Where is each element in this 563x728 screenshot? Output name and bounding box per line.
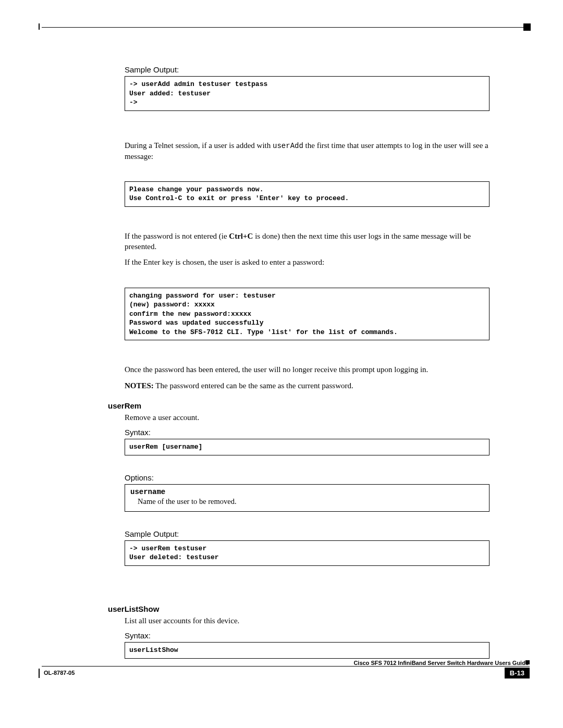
content-column: Sample Output: -> userAdd admin testuser… (125, 65, 489, 659)
sample-output-label-2: Sample Output: (125, 529, 489, 538)
page-frame: Sample Output: -> userAdd admin testuser… (39, 23, 531, 680)
option-box-username: username Name of the user to be removed. (125, 484, 489, 512)
syntax-label-2: Syntax: (125, 631, 489, 640)
footer-page-badge: B-13 (505, 668, 530, 678)
para-userlist-desc: List all user accounts for this device. (125, 615, 489, 626)
top-crop-square (523, 23, 531, 31)
footer-doc-number: OL-8787-05 (44, 670, 75, 676)
para-userrem-desc: Remove a user account. (125, 412, 489, 423)
option-name-username: username (130, 488, 484, 496)
syntax-label-1: Syntax: (125, 428, 489, 437)
para-ctrlc: If the password is not entered (ie Ctrl+… (125, 231, 489, 252)
footer-guide-title: Cisco SFS 7012 InfiniBand Server Switch … (39, 660, 530, 666)
code-block-useradd: -> userAdd admin testuser testpass User … (125, 76, 489, 111)
code-block-changepass: Please change your passwords now. Use Co… (125, 181, 489, 207)
para-telnet-a: During a Telnet session, if a user is ad… (125, 141, 273, 150)
code-block-changing: changing password for user: testuser (ne… (125, 288, 489, 341)
footer-crop-tick (39, 669, 40, 678)
notes-rest: The password entered can be the same as … (154, 381, 353, 390)
options-label: Options: (125, 473, 489, 482)
page-footer: Cisco SFS 7012 InfiniBand Server Switch … (39, 664, 530, 680)
inline-code-useradd: userAdd (273, 142, 303, 150)
bold-notes: NOTES: (125, 381, 154, 390)
para-ctrlc-a: If the password is not entered (ie (125, 232, 229, 240)
para-enterkey: If the Enter key is chosen, the user is … (125, 257, 489, 267)
para-telnet: During a Telnet session, if a user is ad… (125, 140, 489, 162)
top-crop-tick (39, 23, 42, 30)
footer-crop-square (525, 660, 530, 664)
option-desc-username: Name of the user to be removed. (138, 497, 484, 506)
para-notes: NOTES: The password entered can be the s… (125, 380, 489, 391)
sample-output-label-1: Sample Output: (125, 65, 489, 74)
code-block-userrem-syntax: userRem [username] (125, 439, 489, 455)
bold-ctrlc: Ctrl+C (229, 232, 253, 240)
heading-userlistshow: userListShow (108, 604, 489, 613)
heading-userrem: userRem (108, 401, 489, 410)
top-rule (42, 27, 529, 28)
code-block-userrem-sample: -> userRem testuser User deleted: testus… (125, 540, 489, 566)
para-once: Once the password has been entered, the … (125, 364, 489, 375)
footer-rule (42, 666, 530, 667)
code-block-userlistshow-syntax: userListShow (125, 642, 489, 659)
